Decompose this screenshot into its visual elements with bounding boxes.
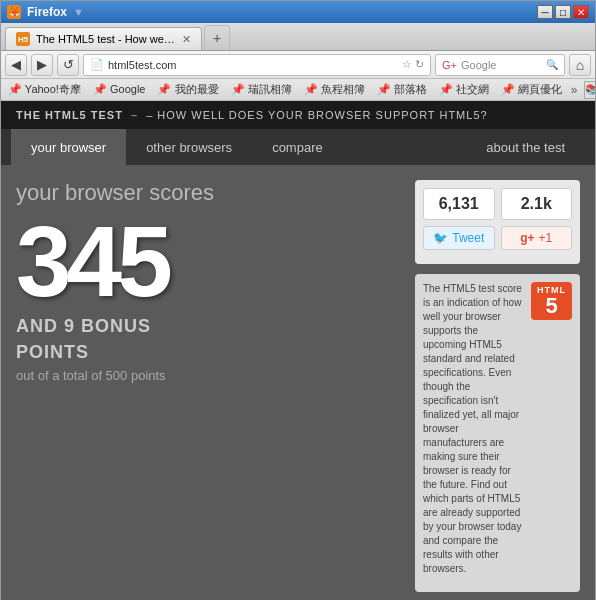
description-text: The HTML5 test score is an indication of… [423,282,523,576]
tab-other-browsers[interactable]: other browsers [126,129,252,165]
tab-label: The HTML5 test - How well does your ... [36,33,176,45]
tab-favicon: H5 [16,32,30,46]
share-count-1: 6,131 [423,188,495,220]
minimize-button[interactable]: ─ [537,5,553,19]
new-tab-button[interactable]: + [204,25,230,50]
browser-content: THE HTML5 TEST – – HOW WELL DOES YOUR BR… [1,101,595,600]
twitter-icon: 🐦 [433,231,448,245]
dropdown-arrow[interactable]: ▼ [73,6,84,18]
site-nav-tabs: your browser other browsers compare abou… [1,129,595,165]
site-header: THE HTML5 TEST – – HOW WELL DOES YOUR BR… [1,101,595,129]
reload-button[interactable]: ↺ [57,54,79,76]
right-section: 6,131 2.1k 🐦 Tweet g+ +1 [415,180,580,592]
bookmarks-more-button[interactable]: » [571,83,578,97]
tab-about-test[interactable]: about the test [466,132,585,163]
close-button[interactable]: ✕ [573,5,589,19]
tab-close-button[interactable]: ✕ [182,33,191,46]
window-title: Firefox [27,5,67,19]
bookmark-favorites[interactable]: 📌 我的最愛 [154,81,221,98]
social-box: 6,131 2.1k 🐦 Tweet g+ +1 [415,180,580,264]
refresh-icon[interactable]: ↻ [415,58,424,71]
maximize-button[interactable]: □ [555,5,571,19]
bookmark-7[interactable]: 📌 網頁優化 [498,81,565,98]
tab-your-browser[interactable]: your browser [11,129,126,165]
tab-bar: H5 The HTML5 test - How well does your .… [1,23,595,51]
header-dash: – [131,109,138,121]
bookmarks-bar: 📌 Yahoo!奇摩 📌 Google 📌 我的最愛 📌 瑞訊相簿 📌 魚程相簿… [1,79,595,101]
address-text: html5test.com [108,59,398,71]
gplus-icon: g+ [520,231,534,245]
social-button-row: 🐦 Tweet g+ +1 [423,226,572,250]
address-icons: ☆ ↻ [402,58,424,71]
nav-bar: ◀ ▶ ↺ 📄 html5test.com ☆ ↻ G+ Google 🔍 ⌂ [1,51,595,79]
html5-badge-container: HTML 5 [531,282,572,320]
forward-button[interactable]: ▶ [31,54,53,76]
bookmark-yahoo[interactable]: 📌 Yahoo!奇摩 [5,81,84,98]
bookmark-4[interactable]: 📌 魚程相簿 [301,81,368,98]
back-button[interactable]: ◀ [5,54,27,76]
count-row: 6,131 2.1k [423,188,572,220]
html5-badge: HTML 5 [531,282,572,320]
active-tab[interactable]: H5 The HTML5 test - How well does your .… [5,27,202,50]
big-score: 345 [16,211,395,311]
search-submit-icon[interactable]: 🔍 [546,59,558,70]
firefox-icon: 🦊 [7,5,21,19]
score-title: your browser scores [16,180,395,206]
bonus-text-line1: AND 9 BONUS [16,316,395,337]
title-bar: 🦊 Firefox ▼ ─ □ ✕ [1,1,595,23]
google-g-icon: G+ [442,59,457,71]
search-bar[interactable]: G+ Google 🔍 [435,54,565,76]
page-icon: 📄 [90,58,104,71]
address-bar[interactable]: 📄 html5test.com ☆ ↻ [83,54,431,76]
title-bar-left: 🦊 Firefox ▼ [7,5,84,19]
html5-number: 5 [537,295,566,317]
bookmark-3[interactable]: 📌 瑞訊相簿 [228,81,295,98]
gplus-button[interactable]: g+ +1 [501,226,573,250]
window-controls: ─ □ ✕ [537,5,589,19]
description-box: The HTML5 test score is an indication of… [415,274,580,592]
search-placeholder: Google [461,59,496,71]
bonus-text-line2: POINTS [16,342,395,363]
site-title: THE HTML5 TEST – – HOW WELL DOES YOUR BR… [16,109,488,121]
share-count-2: 2.1k [501,188,573,220]
main-content: your browser scores 345 AND 9 BONUS POIN… [1,165,595,600]
bookmarks-library-button[interactable]: 📚 [584,81,595,99]
bookmark-5[interactable]: 📌 部落格 [374,81,430,98]
left-section: your browser scores 345 AND 9 BONUS POIN… [16,180,395,592]
bookmark-google[interactable]: 📌 Google [90,82,149,97]
bookmark-6[interactable]: 📌 社交網 [436,81,492,98]
total-text: out of a total of 500 points [16,368,395,383]
browser-window: 🦊 Firefox ▼ ─ □ ✕ H5 The HTML5 test - Ho… [0,0,596,600]
star-icon[interactable]: ☆ [402,58,412,71]
home-button[interactable]: ⌂ [569,54,591,76]
tab-compare[interactable]: compare [252,129,343,165]
tweet-button[interactable]: 🐦 Tweet [423,226,495,250]
